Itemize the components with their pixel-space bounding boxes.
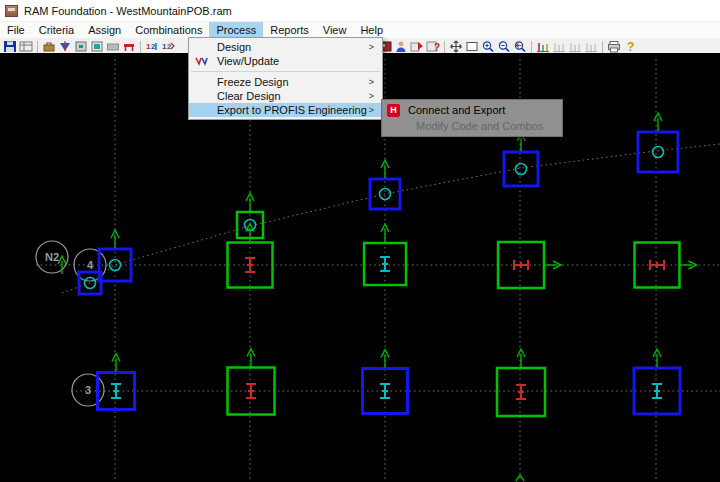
menubar-item-combinations[interactable]: Combinations (128, 22, 209, 38)
criteria-box-icon[interactable] (41, 40, 57, 54)
zoom-out-icon[interactable] (496, 40, 512, 54)
grade-beam-icon[interactable] (121, 40, 137, 54)
grid-bubble-label: 3 (85, 384, 91, 396)
pile-circle-symbol (516, 164, 527, 175)
process-menu-item-freeze-design[interactable]: Freeze Design> (189, 75, 382, 89)
toolbar-separator (531, 41, 532, 53)
show-walls-icon (567, 40, 583, 54)
profis-submenu-item-connect-and-export[interactable]: HConnect and Export (382, 102, 562, 118)
design-footing-icon[interactable]: 12 (144, 40, 160, 54)
column-ibeam-symbol (652, 384, 662, 398)
zoom-in-icon[interactable] (480, 40, 496, 54)
design-pile-icon[interactable]: 12 (160, 40, 176, 54)
window-title: RAM Foundation - WestMountainPOB.ram (24, 5, 232, 17)
column-ibeam-symbol (380, 257, 390, 271)
slab-icon[interactable] (105, 40, 121, 54)
submenu-arrow-icon: > (369, 105, 374, 115)
toolbar-separator (140, 41, 141, 53)
foundation-5[interactable] (638, 113, 678, 172)
toolbar-separator (37, 41, 38, 53)
footing-icon[interactable] (73, 40, 89, 54)
foundation-15[interactable] (634, 349, 680, 414)
pile-circle-symbol (85, 278, 96, 289)
menu-item-label: Freeze Design (217, 76, 289, 88)
svg-text:?: ? (434, 42, 440, 53)
foundation-11[interactable] (98, 354, 135, 410)
menubar-item-view[interactable]: View (316, 22, 354, 38)
foundation-14[interactable] (497, 349, 545, 416)
pan-icon[interactable] (448, 40, 464, 54)
menu-bar: FileCriteriaAssignCombinationsProcessRep… (0, 22, 720, 38)
app-icon (5, 5, 18, 17)
column-hbeam-symbol (650, 260, 664, 270)
foundation-7[interactable] (228, 224, 273, 288)
grid-bubble-3: 3 (72, 374, 104, 406)
report-preview-icon[interactable] (18, 40, 34, 54)
process-menu-item-view-update[interactable]: View/Update (189, 54, 382, 68)
show-braces-icon (583, 40, 599, 54)
footing-outline (638, 132, 678, 172)
zoom-window-icon[interactable] (464, 40, 480, 54)
query-icon[interactable]: ? (425, 40, 441, 54)
profis-engineering-submenu: HConnect and ExportModify Code and Combo… (381, 99, 563, 137)
submenu-item-label: Modify Code and Combos (416, 120, 543, 132)
save-icon[interactable] (2, 40, 18, 54)
submenu-item-label: Connect and Export (408, 104, 505, 116)
process-menu-item-export-to-profis-engineering[interactable]: Export to PROFIS Engineering> (189, 103, 382, 117)
grid-line-diagonal (62, 144, 720, 293)
pile-layout-icon[interactable] (57, 40, 73, 54)
footing-outline (504, 152, 538, 186)
process-menu-item-design[interactable]: Design> (189, 40, 382, 54)
svg-text:?: ? (627, 40, 634, 53)
grid-bubble-label: 4 (87, 259, 94, 271)
profis-submenu-item-modify-code-and-combos: Modify Code and Combos (382, 118, 562, 134)
grid-bubble-label: N2 (45, 251, 59, 263)
zoom-previous-icon[interactable] (512, 40, 528, 54)
column-hbeam-symbol (514, 260, 528, 270)
process-menu-dropdown: Design>View/UpdateFreeze Design>Clear De… (188, 37, 383, 120)
menubar-item-reports[interactable]: Reports (263, 22, 316, 38)
process-run-icon[interactable] (409, 40, 425, 54)
title-bar: RAM Foundation - WestMountainPOB.ram (0, 0, 720, 22)
column-ibeam-symbol (516, 385, 526, 399)
menu-item-label: Design (217, 41, 251, 53)
foundation-12[interactable] (228, 349, 275, 415)
view-update-icon (195, 55, 209, 67)
submenu-arrow-icon: > (369, 77, 374, 87)
foundation-3[interactable] (370, 160, 400, 209)
menu-item-label: Clear Design (217, 90, 281, 102)
show-beams-icon (551, 40, 567, 54)
menubar-item-criteria[interactable]: Criteria (32, 22, 81, 38)
show-columns-icon[interactable] (535, 40, 551, 54)
menu-item-label: Export to PROFIS Engineering (217, 104, 367, 116)
menubar-item-process[interactable]: Process (209, 22, 263, 38)
footing-teal-icon[interactable] (89, 40, 105, 54)
menu-item-label: View/Update (217, 55, 279, 67)
toolbar-separator (444, 41, 445, 53)
menubar-item-file[interactable]: File (0, 22, 32, 38)
toolbar-left-group: 1212 (0, 40, 176, 54)
foundation-4[interactable] (504, 133, 538, 186)
pile-circle-symbol (653, 147, 664, 158)
menubar-item-assign[interactable]: Assign (81, 22, 128, 38)
submenu-arrow-icon: > (369, 91, 374, 101)
submenu-arrow-icon: > (369, 42, 374, 52)
assign-user-icon[interactable] (393, 40, 409, 54)
toolbar-separator (602, 41, 603, 53)
menu-separator (191, 71, 380, 72)
print-icon[interactable] (606, 40, 622, 54)
foundation-13[interactable] (363, 350, 408, 414)
process-menu-item-clear-design[interactable]: Clear Design> (189, 89, 382, 103)
hilti-icon: H (387, 104, 400, 117)
menubar-item-help[interactable]: Help (353, 22, 390, 38)
help-icon[interactable]: ? (622, 40, 638, 54)
